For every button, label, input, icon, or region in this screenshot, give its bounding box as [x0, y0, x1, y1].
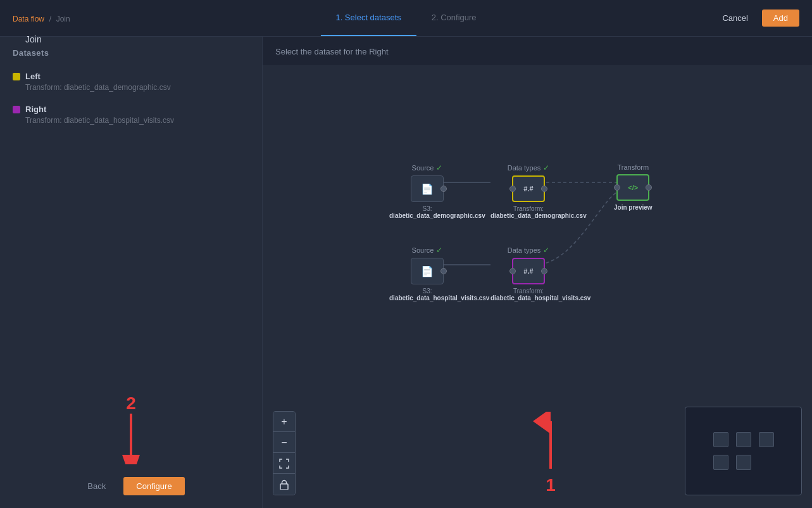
minimap-node-1: [713, 432, 728, 447]
annotation-1: 1: [532, 412, 570, 495]
dataset-left[interactable]: Left Transform: diabetic_data_demographi…: [0, 65, 262, 98]
row2-datatypes-node: Data types ✓ #.# Transform:diabetic_data…: [490, 246, 566, 302]
dataset-right[interactable]: Right Transform: diabetic_data_hospital_…: [0, 98, 262, 131]
annotation-1-arrow: [532, 412, 570, 475]
row1-datatypes-left-connector: [509, 186, 516, 192]
row2-datatypes-sublabel: Transform:diabetic_data_hospital_visits.…: [490, 288, 590, 302]
row1-source-label: Source: [412, 164, 434, 172]
row1-datatypes-icon: #.#: [523, 185, 533, 193]
row2-datatypes-left-connector: [509, 268, 516, 274]
back-button[interactable]: Back: [77, 477, 116, 495]
zoom-in-button[interactable]: +: [273, 412, 295, 432]
row2-source-sublabel: S3:diabetic_data_hospital_visits.csv: [389, 288, 489, 302]
sidebar: Datasets Left Transform: diabetic_data_d…: [0, 37, 263, 508]
row1-transform-node: Transform </> Join preview: [614, 163, 653, 211]
svg-rect-7: [280, 484, 288, 490]
minimap-node-4: [713, 455, 728, 470]
row1-source-icon: 📄: [421, 183, 434, 195]
breadcrumb-current: Join: [56, 14, 70, 23]
breadcrumb-sep: /: [49, 14, 51, 23]
row1-datatypes-sublabel: Transform:diabetic_data_demographic.csv: [490, 205, 587, 219]
sidebar-footer: Back Configure: [13, 477, 249, 495]
configure-button[interactable]: Configure: [123, 477, 184, 495]
row2-datatypes-icon: #.#: [523, 267, 533, 275]
canvas-area: Select the dataset for the Right Source …: [263, 37, 812, 508]
row1-transform-icon: </>: [628, 184, 638, 191]
canvas-subtitle: Select the dataset for the Right: [263, 37, 812, 67]
row2-source-right-connector: [440, 268, 447, 274]
breadcrumb-link[interactable]: Data flow: [13, 14, 44, 23]
right-dataset-transform: Transform: diabetic_data_hospital_visits…: [13, 116, 249, 125]
flow-canvas[interactable]: Source ✓ 📄 S3:diabetic_data_demographic.…: [263, 65, 812, 508]
row2-datatypes-right-connector: [541, 268, 547, 274]
canvas-toolbar: + −: [273, 411, 296, 495]
row2-datatypes-label: Data types: [508, 246, 541, 254]
left-color-indicator: [13, 73, 20, 80]
tab-configure[interactable]: 2. Configure: [416, 0, 492, 36]
header: Data flow / Join Join 1. Select datasets…: [0, 0, 812, 37]
row1-datatypes-label: Data types: [508, 164, 541, 172]
row2-source-label: Source: [412, 246, 434, 254]
cancel-button[interactable]: Cancel: [715, 10, 755, 27]
row1-transform-label: Transform: [617, 163, 649, 171]
row1-transform-right-connector: [646, 184, 652, 191]
row1-source-sublabel: S3:diabetic_data_demographic.csv: [389, 205, 485, 219]
fit-icon: [279, 459, 289, 469]
header-tabs: 1. Select datasets 2. Configure: [320, 0, 491, 36]
lock-icon: [280, 479, 289, 490]
row1-datatypes-right-connector: [541, 186, 547, 192]
sidebar-bottom: 2 Back Configure: [0, 381, 262, 508]
row1-transform-sublabel: Join preview: [614, 204, 653, 211]
right-color-indicator: [13, 106, 20, 113]
minimap-node-3: [759, 432, 774, 447]
minimap: [685, 407, 802, 495]
right-dataset-name: Right: [25, 105, 46, 114]
left-dataset-transform: Transform: diabetic_data_demographic.csv: [13, 83, 249, 92]
row2-source-node: Source ✓ 📄 S3:diabetic_data_hospital_vis…: [389, 246, 465, 302]
minimap-node-2: [736, 432, 751, 447]
left-dataset-name: Left: [25, 72, 41, 81]
minimap-node-5: [736, 455, 751, 470]
annotation-2: 2: [112, 393, 150, 464]
annotation-2-arrow: [112, 414, 150, 464]
zoom-out-button[interactable]: −: [273, 433, 295, 453]
breadcrumb: Data flow / Join Join: [13, 13, 70, 23]
row1-datatypes-node: Data types ✓ #.# Transform:diabetic_data…: [490, 163, 566, 219]
lock-button[interactable]: [273, 474, 295, 495]
page-title: Join: [25, 34, 42, 44]
row1-source-node: Source ✓ 📄 S3:diabetic_data_demographic.…: [389, 163, 465, 219]
add-button[interactable]: Add: [762, 10, 799, 27]
main-layout: Datasets Left Transform: diabetic_data_d…: [0, 37, 812, 508]
row1-transform-left-connector: [614, 184, 620, 191]
fit-button[interactable]: [273, 454, 295, 474]
row2-source-icon: 📄: [421, 265, 434, 277]
header-actions: Cancel Add: [715, 10, 799, 27]
tab-select-datasets[interactable]: 1. Select datasets: [320, 0, 416, 36]
row1-source-right-connector: [440, 186, 447, 192]
